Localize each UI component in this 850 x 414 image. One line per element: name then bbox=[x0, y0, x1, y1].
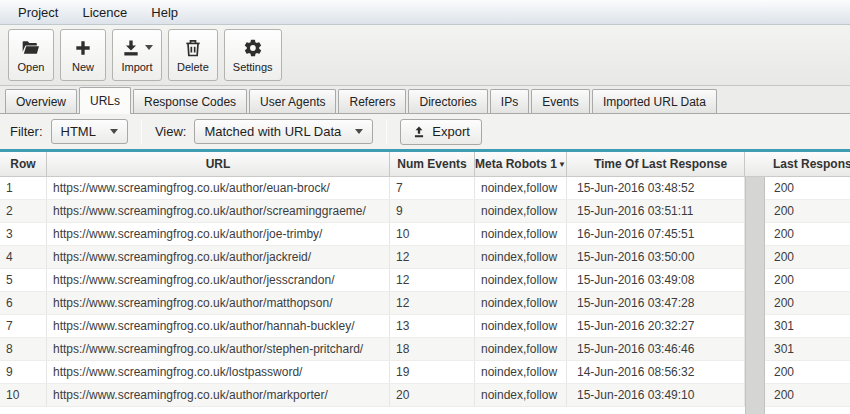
cell-row-number: 8 bbox=[0, 338, 47, 360]
table-row[interactable]: 6 https://www.screamingfrog.co.uk/author… bbox=[0, 292, 850, 315]
menu-help[interactable]: Help bbox=[139, 0, 190, 24]
tab-directories[interactable]: Directories bbox=[408, 89, 487, 113]
cell-row-number: 2 bbox=[0, 200, 47, 222]
cell-time-of-last-response: 15-Jun-2016 03:50:00 bbox=[567, 246, 745, 268]
cell-time-of-last-response: 15-Jun-2016 03:47:28 bbox=[567, 292, 745, 314]
cell-url: https://www.screamingfrog.co.uk/author/h… bbox=[47, 315, 390, 337]
column-header-url[interactable]: URL bbox=[47, 152, 390, 177]
export-button[interactable]: Export bbox=[400, 119, 482, 145]
table-row[interactable]: 10 https://www.screamingfrog.co.uk/autho… bbox=[0, 384, 850, 407]
cell-num-events: 12 bbox=[390, 269, 475, 291]
cell-last-response-code: 200 bbox=[765, 246, 850, 268]
tab-referers[interactable]: Referers bbox=[338, 89, 406, 113]
chevron-down-icon bbox=[110, 129, 118, 134]
open-button[interactable]: Open bbox=[8, 29, 54, 81]
table-row[interactable]: 5 https://www.screamingfrog.co.uk/author… bbox=[0, 269, 850, 292]
column-header-num-events[interactable]: Num Events bbox=[390, 152, 475, 177]
cell-time-of-last-response: 15-Jun-2016 03:51:11 bbox=[567, 200, 745, 222]
cell-row-number: 10 bbox=[0, 384, 47, 406]
cell-num-events: 12 bbox=[390, 246, 475, 268]
filter-dropdown[interactable]: HTML bbox=[51, 119, 128, 144]
cell-num-events: 19 bbox=[390, 361, 475, 383]
view-label: View: bbox=[155, 124, 187, 139]
table-row[interactable]: 8 https://www.screamingfrog.co.uk/author… bbox=[0, 338, 850, 361]
cell-url: https://www.screamingfrog.co.uk/author/s… bbox=[47, 338, 390, 360]
cell-num-events: 9 bbox=[390, 200, 475, 222]
gear-icon bbox=[243, 38, 263, 58]
table-row[interactable]: 9 https://www.screamingfrog.co.uk/lostpa… bbox=[0, 361, 850, 384]
delete-button[interactable]: Delete bbox=[168, 29, 218, 81]
cell-meta-robots: noindex,follow bbox=[475, 200, 567, 222]
table-row[interactable]: 2 https://www.screamingfrog.co.uk/author… bbox=[0, 200, 850, 223]
export-upload-icon bbox=[412, 125, 426, 139]
cell-url: https://www.screamingfrog.co.uk/author/e… bbox=[47, 177, 390, 199]
cell-meta-robots: noindex,follow bbox=[475, 246, 567, 268]
column-header-time-of-last-response[interactable]: Time Of Last Response bbox=[567, 152, 745, 177]
chevron-down-icon bbox=[355, 129, 363, 134]
new-button-label: New bbox=[72, 61, 94, 73]
filter-label: Filter: bbox=[10, 124, 43, 139]
cell-row-number: 4 bbox=[0, 246, 47, 268]
cell-last-response-code: 200 bbox=[765, 269, 850, 291]
table-row[interactable]: 4 https://www.screamingfrog.co.uk/author… bbox=[0, 246, 850, 269]
cell-meta-robots: noindex,follow bbox=[475, 384, 567, 406]
import-button[interactable]: Import bbox=[112, 29, 162, 81]
menu-bar: Project Licence Help bbox=[0, 0, 850, 25]
cell-num-events: 18 bbox=[390, 338, 475, 360]
cell-num-events: 12 bbox=[390, 292, 475, 314]
cell-num-events: 10 bbox=[390, 223, 475, 245]
url-table: Row URL Num Events Meta Robots 1▼ Time O… bbox=[0, 152, 850, 414]
cell-meta-robots: noindex,follow bbox=[475, 223, 567, 245]
vertical-scrollbar-track[interactable] bbox=[745, 177, 765, 414]
view-dropdown[interactable]: Matched with URL Data bbox=[194, 119, 373, 144]
column-header-row[interactable]: Row bbox=[0, 152, 47, 177]
table-row[interactable]: 1 https://www.screamingfrog.co.uk/author… bbox=[0, 177, 850, 200]
cell-row-number: 9 bbox=[0, 361, 47, 383]
tab-urls[interactable]: URLs bbox=[79, 87, 131, 114]
log-file-analyser-window: Project Licence Help Open New Import bbox=[0, 0, 850, 414]
divider bbox=[386, 119, 387, 145]
cell-time-of-last-response: 15-Jun-2016 03:46:46 bbox=[567, 338, 745, 360]
cell-meta-robots: noindex,follow bbox=[475, 177, 567, 199]
filter-bar: Filter: HTML View: Matched with URL Data… bbox=[0, 114, 850, 149]
cell-url: https://www.screamingfrog.co.uk/author/m… bbox=[47, 292, 390, 314]
cell-num-events: 13 bbox=[390, 315, 475, 337]
cell-url: https://www.screamingfrog.co.uk/author/j… bbox=[47, 246, 390, 268]
view-dropdown-value: Matched with URL Data bbox=[204, 124, 341, 139]
cell-time-of-last-response: 14-Jun-2016 08:56:32 bbox=[567, 361, 745, 383]
tab-ips[interactable]: IPs bbox=[490, 89, 529, 113]
tab-events[interactable]: Events bbox=[531, 89, 590, 113]
cell-row-number: 3 bbox=[0, 223, 47, 245]
delete-button-label: Delete bbox=[177, 61, 209, 73]
tab-overview[interactable]: Overview bbox=[5, 89, 77, 113]
tab-response-codes[interactable]: Response Codes bbox=[133, 89, 247, 113]
export-button-label: Export bbox=[432, 124, 470, 139]
cell-time-of-last-response: 15-Jun-2016 20:32:27 bbox=[567, 315, 745, 337]
column-header-meta-robots[interactable]: Meta Robots 1▼ bbox=[475, 152, 567, 177]
cell-last-response-code: 200 bbox=[765, 223, 850, 245]
toolbar: Open New Import Delete bbox=[0, 25, 850, 86]
cell-meta-robots: noindex,follow bbox=[475, 269, 567, 291]
trash-icon bbox=[183, 38, 203, 58]
cell-meta-robots: noindex,follow bbox=[475, 292, 567, 314]
cell-url: https://www.screamingfrog.co.uk/author/s… bbox=[47, 200, 390, 222]
tab-user-agents[interactable]: User Agents bbox=[249, 89, 336, 113]
table-row[interactable]: 3 https://www.screamingfrog.co.uk/author… bbox=[0, 223, 850, 246]
settings-button[interactable]: Settings bbox=[224, 29, 282, 81]
cell-url: https://www.screamingfrog.co.uk/lostpass… bbox=[47, 361, 390, 383]
column-header-last-response-code[interactable]: Last Response bbox=[765, 152, 850, 177]
plus-icon bbox=[73, 38, 93, 58]
cell-last-response-code: 200 bbox=[765, 361, 850, 383]
cell-row-number: 6 bbox=[0, 292, 47, 314]
cell-time-of-last-response: 15-Jun-2016 03:49:08 bbox=[567, 269, 745, 291]
new-button[interactable]: New bbox=[60, 29, 106, 81]
cell-last-response-code: 200 bbox=[765, 177, 850, 199]
import-button-label: Import bbox=[121, 61, 152, 73]
tab-imported-url-data[interactable]: Imported URL Data bbox=[592, 89, 717, 113]
table-row[interactable]: 7 https://www.screamingfrog.co.uk/author… bbox=[0, 315, 850, 338]
cell-url: https://www.screamingfrog.co.uk/author/j… bbox=[47, 223, 390, 245]
menu-licence[interactable]: Licence bbox=[70, 0, 139, 24]
header-gap bbox=[745, 152, 765, 177]
filter-dropdown-value: HTML bbox=[61, 124, 96, 139]
menu-project[interactable]: Project bbox=[6, 0, 70, 24]
